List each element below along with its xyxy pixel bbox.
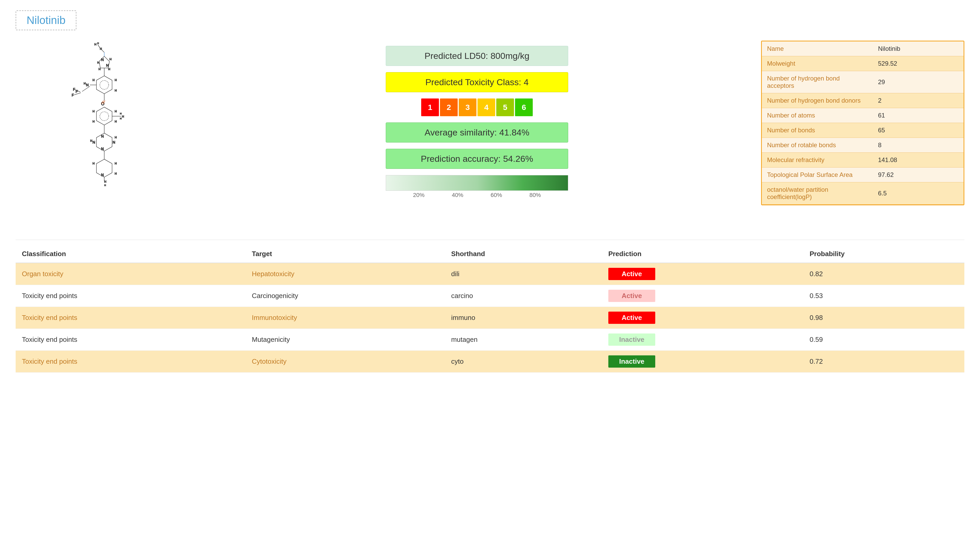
- page-container: Nilotinib N N H H H H: [0, 0, 980, 544]
- gradient-label-60: 60%: [490, 192, 502, 198]
- cell-shorthand: immuno: [445, 307, 602, 329]
- svg-text:N: N: [106, 63, 109, 68]
- predicted-ld50: Predicted LD50: 800mg/kg: [386, 46, 568, 66]
- cell-target: Immunotoxicity: [245, 307, 445, 329]
- props-label: Number of rotable bonds: [762, 138, 873, 153]
- table-row: Toxicity end pointsMutagenicitymutagenIn…: [16, 329, 964, 351]
- cell-classification: Toxicity end points: [16, 329, 245, 351]
- cell-target: Cytotoxicity: [245, 351, 445, 373]
- title-box: Nilotinib: [16, 10, 76, 30]
- props-value: 65: [873, 123, 964, 138]
- svg-point-15: [100, 81, 109, 89]
- table-row: Toxicity end pointsImmunotoxicityimmunoA…: [16, 307, 964, 329]
- props-value: 2: [873, 93, 964, 108]
- svg-text:H: H: [115, 172, 117, 175]
- svg-text:H: H: [92, 78, 95, 82]
- cell-probability: 0.59: [803, 329, 964, 351]
- props-row: Number of rotable bonds8: [762, 138, 964, 153]
- prediction-badge: Active: [608, 268, 655, 280]
- svg-marker-51: [96, 159, 112, 177]
- molecule-svg: N N H H H H H H H: [16, 41, 193, 223]
- props-row: Number of bonds65: [762, 123, 964, 138]
- props-value: 97.62: [873, 168, 964, 182]
- properties-table: NameNilotinibMolweight529.52Number of hy…: [762, 41, 964, 205]
- svg-line-22: [82, 86, 90, 92]
- cell-shorthand: dili: [445, 263, 602, 285]
- props-row: Molecular refractivity141.08: [762, 153, 964, 168]
- cell-prediction: Inactive: [602, 329, 803, 351]
- gradient-bar: [386, 175, 568, 191]
- tox-class-2: 2: [440, 98, 458, 116]
- svg-text:H: H: [120, 112, 122, 115]
- toxicity-table: Classification Target Shorthand Predicti…: [16, 245, 964, 373]
- col-header-target: Target: [245, 245, 445, 263]
- props-label: Molweight: [762, 56, 873, 71]
- svg-text:H: H: [115, 162, 117, 165]
- svg-text:N: N: [101, 57, 104, 62]
- svg-point-33: [100, 112, 109, 121]
- tox-class-3: 3: [459, 98, 476, 116]
- svg-marker-32: [96, 107, 112, 125]
- props-row: Topological Polar Surface Area97.62: [762, 168, 964, 182]
- table-row: Organ toxicityHepatotoxicitydiliActive0.…: [16, 263, 964, 285]
- cell-prediction: Active: [602, 285, 803, 307]
- svg-text:H: H: [122, 115, 124, 118]
- table-row: Toxicity end pointsCytotoxicitycytoInact…: [16, 351, 964, 373]
- svg-text:F: F: [73, 87, 75, 92]
- cell-classification: Toxicity end points: [16, 285, 245, 307]
- cell-prediction: Inactive: [602, 351, 803, 373]
- svg-text:N: N: [101, 147, 104, 151]
- props-row: Number of atoms61: [762, 108, 964, 123]
- cell-prediction: Active: [602, 263, 803, 285]
- svg-text:N: N: [92, 140, 95, 144]
- cell-shorthand: mutagen: [445, 329, 602, 351]
- svg-text:H: H: [110, 57, 111, 61]
- properties-table-container: NameNilotinibMolweight529.52Number of hy…: [761, 41, 964, 205]
- prediction-badge: Inactive: [608, 333, 655, 346]
- svg-text:H: H: [115, 89, 117, 92]
- props-value: 61: [873, 108, 964, 123]
- col-header-probability: Probability: [803, 245, 964, 263]
- prediction-badge: Inactive: [608, 355, 655, 368]
- svg-text:H: H: [104, 184, 106, 187]
- svg-text:H: H: [115, 136, 117, 139]
- svg-text:H: H: [90, 139, 92, 142]
- svg-text:H: H: [115, 78, 117, 82]
- svg-marker-14: [96, 76, 112, 94]
- col-header-classification: Classification: [16, 245, 245, 263]
- tox-class-4: 4: [477, 98, 495, 116]
- props-label: Number of bonds: [762, 123, 873, 138]
- svg-text:H: H: [97, 61, 99, 64]
- gradient-label-40: 40%: [452, 192, 463, 198]
- svg-text:H: H: [108, 68, 110, 71]
- props-row: Number of hydrogen bond acceptors29: [762, 71, 964, 93]
- tox-class-5: 5: [496, 98, 514, 116]
- molecule-area: N N H H H H H H H: [16, 41, 193, 224]
- cell-classification: Toxicity end points: [16, 307, 245, 329]
- svg-text:H: H: [94, 43, 96, 46]
- props-row: octanol/water partition coefficient(logP…: [762, 182, 964, 205]
- svg-text:F: F: [72, 93, 74, 97]
- props-label: Topological Polar Surface Area: [762, 168, 873, 182]
- cell-shorthand: carcino: [445, 285, 602, 307]
- top-section: N N H H H H H H H: [16, 41, 964, 224]
- cell-classification: Toxicity end points: [16, 351, 245, 373]
- props-value: Nilotinib: [873, 41, 964, 56]
- props-label: Molecular refractivity: [762, 153, 873, 168]
- props-row: Number of hydrogen bond donors2: [762, 93, 964, 108]
- svg-marker-43: [96, 133, 112, 151]
- cell-target: Hepatotoxicity: [245, 263, 445, 285]
- average-similarity: Average similarity: 41.84%: [386, 122, 568, 143]
- props-value: 29: [873, 71, 964, 93]
- props-label: octanol/water partition coefficient(logP…: [762, 182, 873, 205]
- gradient-label-80: 80%: [529, 192, 541, 198]
- props-row: Molweight529.52: [762, 56, 964, 71]
- cell-probability: 0.72: [803, 351, 964, 373]
- props-value: 6.5: [873, 182, 964, 205]
- table-header-row: Classification Target Shorthand Predicti…: [16, 245, 964, 263]
- tox-class-6: 6: [515, 98, 533, 116]
- predicted-toxicity-class: Predicted Toxicity Class: 4: [386, 72, 568, 92]
- cell-probability: 0.98: [803, 307, 964, 329]
- svg-text:H: H: [104, 180, 107, 183]
- svg-text:N: N: [86, 83, 89, 87]
